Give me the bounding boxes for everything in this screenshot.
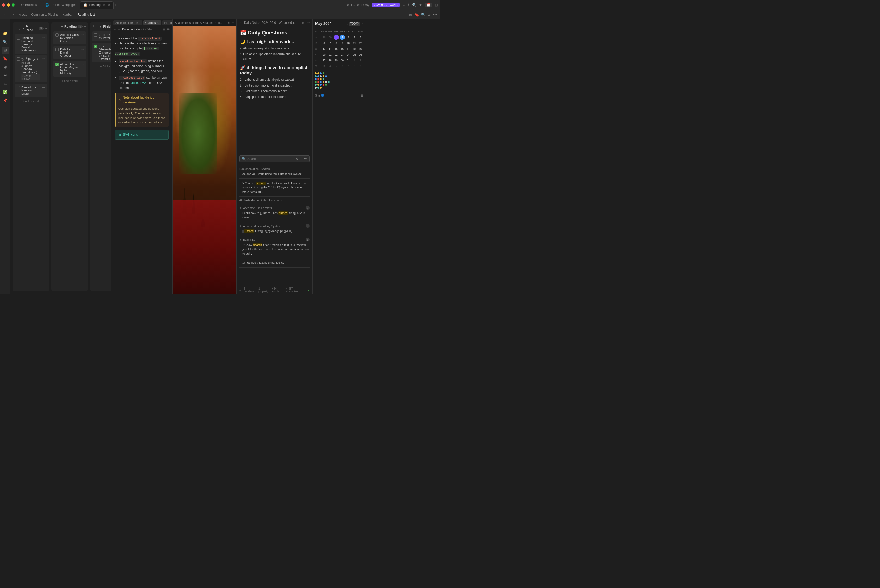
add-card-reading[interactable]: + Add a card <box>53 78 86 84</box>
col-more-reading[interactable]: ••• <box>83 25 86 29</box>
expand-image-icon[interactable]: ⊞ <box>227 21 230 24</box>
cal-day[interactable]: 29 <box>334 58 339 63</box>
cal-day[interactable]: 28 <box>328 58 333 63</box>
card-more-icon[interactable]: ••• <box>80 33 84 37</box>
cal-day[interactable]: 26 <box>358 52 363 57</box>
maximize-button[interactable] <box>12 3 15 6</box>
sidebar-item-search[interactable]: 🔍 <box>2 38 9 45</box>
expand-icon[interactable]: ⊞ <box>163 27 165 31</box>
cal-next-icon[interactable]: › <box>361 21 363 26</box>
cal-day[interactable]: 6 <box>322 40 327 46</box>
cal-day[interactable]: 11 <box>352 40 357 46</box>
minimize-button[interactable] <box>7 3 10 6</box>
col-more-to-read[interactable]: ••• <box>43 26 47 30</box>
more-daily-icon[interactable]: ••• <box>306 21 310 25</box>
cal-day-4[interactable]: 4 <box>352 35 357 40</box>
close-button[interactable] <box>2 3 5 6</box>
cal-day[interactable]: 7 <box>346 63 351 69</box>
back-icon[interactable]: ← <box>3 12 7 17</box>
search-top-icon[interactable]: 🔍 <box>412 3 417 7</box>
cal-day[interactable]: 15 <box>334 46 339 51</box>
card-more-icon[interactable]: ••• <box>42 36 45 40</box>
nav-kanban[interactable]: Kanban <box>63 13 73 16</box>
calendar-icon-btn[interactable]: 📅 <box>425 3 432 8</box>
card-more-icon[interactable]: ••• <box>42 86 45 89</box>
cal-day[interactable]: 7 <box>328 40 333 46</box>
sidebar-item-tags[interactable]: 🏷 <box>2 80 9 87</box>
card-more-icon[interactable]: ••• <box>42 57 45 61</box>
search-section-title[interactable]: ## Embeds and Other Functions <box>239 198 310 202</box>
lucide-link[interactable]: lucide.dev↗ <box>130 81 146 85</box>
nav-community-plugins[interactable]: Community Plugins <box>31 13 58 16</box>
cal-day-2[interactable]: 2 <box>340 35 345 40</box>
card-checkbox-checked[interactable]: ✓ <box>94 45 97 48</box>
cal-day[interactable]: 10 <box>346 40 351 46</box>
search-section-title[interactable]: ▼ Advanced Formatting Syntax 1 <box>239 224 310 228</box>
cal-day[interactable]: 17 <box>346 46 351 51</box>
cal-day[interactable]: 19 <box>358 46 363 51</box>
cal-day[interactable]: 20 <box>322 52 327 57</box>
card-checkbox[interactable] <box>94 33 97 37</box>
tab-callouts-close[interactable]: ✕ <box>157 21 159 24</box>
cal-day[interactable]: 8 <box>334 40 339 46</box>
cal-day[interactable]: 22 <box>334 52 339 57</box>
card-more-icon[interactable]: ••• <box>80 48 84 51</box>
cal-day[interactable]: 23 <box>340 52 345 57</box>
layout-icon[interactable]: ⊞ <box>361 93 363 98</box>
nav-reading-list[interactable]: Reading List <box>77 13 95 16</box>
cal-day[interactable]: 4 <box>328 63 333 69</box>
today-button[interactable]: TODAY <box>349 22 361 26</box>
search-more-icon[interactable]: ••• <box>304 157 307 161</box>
cal-prev-icon[interactable]: ‹ <box>346 21 347 26</box>
cal-day[interactable]: 21 <box>328 52 333 57</box>
cal-day[interactable]: 18 <box>352 46 357 51</box>
cal-day[interactable]: 30 <box>340 58 345 63</box>
person-icon[interactable]: 👤 <box>320 93 325 98</box>
card-more-icon[interactable]: ••• <box>80 63 84 66</box>
more-nav-icon[interactable]: ••• <box>167 27 170 31</box>
filter-icon[interactable]: ⚙ <box>427 12 431 17</box>
cal-day[interactable]: 9 <box>340 40 345 46</box>
tab-backlinks[interactable]: ↩ Backlinks <box>18 1 42 9</box>
tab-callouts[interactable]: Callouts ✕ <box>143 20 161 25</box>
cal-day[interactable]: 25 <box>352 52 357 57</box>
add-tab-button[interactable]: + <box>114 3 116 8</box>
cal-day[interactable]: 24 <box>346 52 351 57</box>
card-checkbox[interactable] <box>17 57 20 61</box>
tab-paragraphs-only[interactable]: Paragraphs Only ✕ Paragraphs Only <box>162 20 172 25</box>
card-checkbox[interactable] <box>56 33 59 37</box>
search-section-title[interactable]: Documentation Search <box>239 167 310 171</box>
add-card-finished[interactable]: + Add a card <box>92 64 111 69</box>
nav-back-icon[interactable]: ← <box>113 28 116 31</box>
cal-day-3[interactable]: 3 <box>346 35 351 40</box>
nav-areas[interactable]: Areas <box>19 13 27 16</box>
more-icon[interactable]: ••• <box>433 12 437 17</box>
search-nav-icon[interactable]: 🔍 <box>421 12 425 17</box>
cal-day[interactable]: 2 <box>358 58 363 63</box>
svg-icons-button[interactable]: ⊞ SVG icons › <box>115 130 169 140</box>
search-section-title[interactable]: ▼ Accepted File Formats 2 <box>239 206 310 210</box>
card-checkbox[interactable] <box>17 37 20 40</box>
star-icon[interactable]: ★ <box>419 3 423 7</box>
tab-accepted-file[interactable]: Accepted File For... <box>113 20 142 25</box>
add-card-to-read[interactable]: + Add a card <box>15 99 47 104</box>
sidebar-item-menu[interactable]: ☰ <box>2 21 9 29</box>
date-right-badge[interactable]: 2024-05-01-Wed... <box>372 3 400 7</box>
card-checkbox[interactable] <box>56 48 59 51</box>
arrow-icon[interactable]: ← <box>239 21 242 25</box>
cal-day[interactable]: 9 <box>358 63 363 69</box>
cal-day[interactable]: 14 <box>328 46 333 51</box>
more-image-icon[interactable]: ••• <box>231 21 235 24</box>
tab-embed-webpages[interactable]: 🌐 Embed Webpages <box>42 1 80 9</box>
bookmark-icon[interactable]: 🔖 <box>414 12 419 17</box>
tab-reading-list[interactable]: 📋 Reading List ✕ <box>80 1 114 9</box>
sidebar-right-icon[interactable]: ⊟ <box>435 3 438 7</box>
cal-day[interactable]: 30 <box>328 35 333 40</box>
search-expand-icon[interactable]: ⊞ <box>300 157 302 161</box>
info-icon[interactable]: ℹ <box>408 3 409 7</box>
sidebar-item-bookmark[interactable]: 🔖 <box>2 55 9 62</box>
sidebar-item-backlinks[interactable]: ↩ <box>2 72 9 79</box>
subnav-callouts[interactable]: Callo... <box>146 28 154 31</box>
card-checkbox[interactable] <box>17 86 20 89</box>
sidebar-item-files[interactable]: 📁 <box>2 30 9 37</box>
